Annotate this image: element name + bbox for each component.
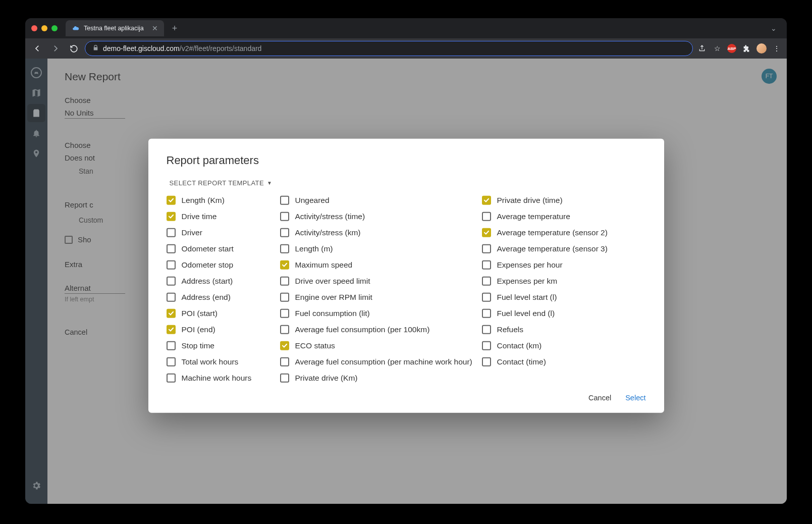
parameter-checkbox-row[interactable]: Average temperature (sensor 2) [482,228,633,237]
parameter-label: Odometer stop [182,260,234,270]
parameter-label: Average fuel consumption (per 100km) [295,325,430,334]
parameter-checkbox-row[interactable]: Expenses per hour [482,260,633,270]
bookmark-star-icon[interactable]: ☆ [712,43,722,54]
parameter-checkbox-row[interactable]: Contact (time) [482,357,633,366]
parameter-label: Odometer start [182,244,234,253]
parameter-checkbox-row[interactable]: Ungeared [280,196,482,205]
parameter-label: Drive over speed limit [295,277,370,286]
checkbox-unchecked-icon [482,293,491,302]
dialog-cancel-button[interactable]: Cancel [588,394,611,402]
checkbox-unchecked-icon [280,244,289,253]
parameter-checkbox-row[interactable]: Driver [167,228,280,237]
checkbox-unchecked-icon [482,325,491,334]
close-window-button[interactable] [31,25,37,31]
checkbox-unchecked-icon [280,196,289,205]
parameter-checkbox-row[interactable]: Average temperature [482,212,633,221]
caret-down-icon: ▼ [267,180,272,186]
parameter-checkbox-row[interactable]: Fuel level start (l) [482,293,633,302]
url-path: /v2#/fleet/reports/standard [180,44,262,53]
parameter-label: Engine over RPM limit [295,293,372,302]
address-bar[interactable]: demo-fleet.giscloud.com/v2#/fleet/report… [85,41,693,56]
forward-button[interactable] [48,41,63,56]
parameter-label: Contact (km) [497,341,542,350]
parameter-label: Private drive (Km) [295,374,358,383]
parameter-checkbox-row[interactable]: Average fuel consumption (per 100km) [280,325,482,334]
extensions-icon[interactable] [741,43,751,54]
profile-avatar-icon[interactable] [756,43,767,54]
checkbox-checked-icon [482,196,491,205]
parameter-label: Driver [182,228,202,237]
parameter-label: POI (start) [182,309,218,318]
tab-overflow-icon[interactable]: ⌄ [767,24,781,32]
parameter-label: POI (end) [182,325,215,334]
parameter-checkbox-row[interactable]: ECO status [280,341,482,350]
maximize-window-button[interactable] [51,25,58,31]
titlebar: Testna fleet aplikacija ✕ + ⌄ [25,18,787,38]
parameter-checkbox-row[interactable]: Total work hours [167,357,280,366]
parameter-checkbox-row[interactable]: Odometer stop [167,260,280,270]
parameter-label: Activity/stress (time) [295,212,365,221]
parameter-checkbox-row[interactable]: Private drive (time) [482,196,633,205]
parameter-label: Drive time [182,212,217,221]
parameter-checkbox-row[interactable]: Engine over RPM limit [280,293,482,302]
parameter-checkbox-row[interactable]: POI (start) [167,309,280,318]
parameter-checkbox-row[interactable]: Odometer start [167,244,280,253]
back-button[interactable] [30,41,44,56]
checkbox-unchecked-icon [167,244,176,253]
parameter-checkbox-row[interactable]: Activity/stress (time) [280,212,482,221]
parameter-checkbox-row[interactable]: Fuel consumption (lit) [280,309,482,318]
parameter-checkbox-row[interactable]: Length (m) [280,244,482,253]
parameter-checkbox-row[interactable]: Machine work hours [167,374,280,383]
reload-button[interactable] [67,41,81,56]
dialog-title: Report parameters [167,154,646,167]
parameter-checkbox-row[interactable]: Address (end) [167,293,280,302]
parameter-label: Average temperature [497,212,570,221]
checkbox-checked-icon [167,325,176,334]
parameter-checkbox-row[interactable]: Address (start) [167,277,280,286]
parameter-checkbox-row[interactable]: Average fuel consumption (per machine wo… [280,357,482,366]
checkbox-unchecked-icon [280,374,289,383]
parameter-label: Private drive (time) [497,196,563,205]
report-parameters-dialog: Report parameters SELECT REPORT TEMPLATE… [148,139,664,413]
checkbox-checked-icon [280,341,289,350]
parameter-label: Fuel level end (l) [497,309,555,318]
parameter-checkbox-row[interactable]: Average temperature (sensor 3) [482,244,633,253]
parameter-label: Fuel level start (l) [497,293,557,302]
checkbox-checked-icon [280,260,289,270]
browser-tab[interactable]: Testna fleet aplikacija ✕ [66,20,164,36]
tab-title: Testna fleet aplikacija [84,25,144,32]
parameter-checkbox-row[interactable]: Activity/stress (km) [280,228,482,237]
share-icon[interactable] [697,43,707,54]
new-tab-button[interactable]: + [168,23,182,34]
parameter-label: Machine work hours [182,374,252,383]
checkbox-unchecked-icon [167,357,176,366]
parameter-label: Address (end) [182,293,231,302]
adblock-icon[interactable]: ABP [727,44,736,53]
browser-menu-icon[interactable]: ⋮ [772,43,782,54]
close-tab-icon[interactable]: ✕ [152,24,158,32]
checkbox-unchecked-icon [482,260,491,270]
parameter-checkbox-row[interactable]: Length (Km) [167,196,280,205]
parameter-checkbox-row[interactable]: Refuels [482,325,633,334]
checkbox-unchecked-icon [280,212,289,221]
parameter-checkbox-row[interactable]: Private drive (Km) [280,374,482,383]
parameter-label: Average fuel consumption (per machine wo… [295,357,472,366]
content-area: New Report FT Choose No Units Choose Doe… [25,59,787,504]
parameter-checkbox-row[interactable]: Contact (km) [482,341,633,350]
parameter-checkbox-row[interactable]: POI (end) [167,325,280,334]
checkbox-unchecked-icon [280,309,289,318]
dialog-select-button[interactable]: Select [625,394,645,402]
parameter-checkbox-row[interactable]: Expenses per km [482,277,633,286]
select-report-template-dropdown[interactable]: SELECT REPORT TEMPLATE ▼ [170,179,646,187]
browser-window: Testna fleet aplikacija ✕ + ⌄ demo-fleet… [25,18,787,504]
minimize-window-button[interactable] [41,25,47,31]
template-label: SELECT REPORT TEMPLATE [170,179,264,187]
parameter-checkbox-row[interactable]: Stop time [167,341,280,350]
checkbox-checked-icon [167,309,176,318]
parameter-checkbox-row[interactable]: Drive over speed limit [280,277,482,286]
checkbox-unchecked-icon [167,293,176,302]
parameter-checkbox-row[interactable]: Fuel level end (l) [482,309,633,318]
parameter-checkbox-row[interactable]: Maximum speed [280,260,482,270]
cloud-icon [72,24,80,32]
parameter-checkbox-row[interactable]: Drive time [167,212,280,221]
